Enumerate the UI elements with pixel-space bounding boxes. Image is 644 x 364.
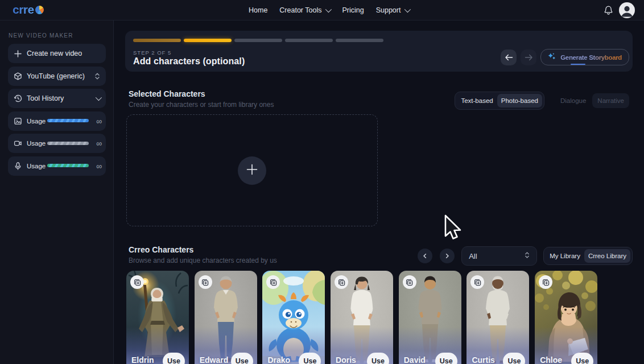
top-navigation: HomeCreator ToolsPricingSupport xyxy=(249,0,409,20)
plus-icon xyxy=(246,163,258,177)
character-name: Chloe xyxy=(540,355,562,364)
use-character-button[interactable]: Use xyxy=(503,353,525,364)
chevron-down-icon xyxy=(325,6,332,13)
crreo-logo[interactable]: crre xyxy=(13,4,44,16)
progress-segment-4 xyxy=(285,39,333,42)
character-card-eldrin[interactable]: EldrinUse xyxy=(126,271,189,364)
next-step-button[interactable] xyxy=(521,49,536,65)
character-name: Drako xyxy=(267,355,290,364)
previous-step-button[interactable] xyxy=(501,49,517,65)
duplicate-icon[interactable] xyxy=(199,275,212,289)
use-character-button[interactable]: Use xyxy=(367,353,389,364)
progress-segment-2 xyxy=(184,39,232,42)
logo-ball-icon xyxy=(35,6,44,14)
preset-select-value: YouTube (generic) xyxy=(27,72,85,80)
character-card-curtis[interactable]: CurtisUse xyxy=(467,271,529,364)
usage-progress-bar xyxy=(47,119,89,122)
preset-select[interactable]: YouTube (generic) xyxy=(8,67,106,86)
character-name: Eldrin xyxy=(131,355,154,364)
character-card-david[interactable]: DavidUse xyxy=(399,271,461,364)
add-character-button[interactable] xyxy=(238,156,266,185)
character-card-edward[interactable]: EdwardUse xyxy=(195,271,257,364)
topbar: crre HomeCreator ToolsPricingSupport xyxy=(0,0,644,20)
infinity-icon: ∞ xyxy=(96,117,102,125)
chevron-down-icon xyxy=(404,6,411,13)
duplicate-icon[interactable] xyxy=(403,275,416,289)
duplicate-icon[interactable] xyxy=(539,275,552,289)
mode-option-photo-based[interactable]: Photo-based xyxy=(497,94,542,107)
nav-item-label: Support xyxy=(376,6,401,14)
chevron-down-icon xyxy=(96,96,100,101)
duplicate-icon[interactable] xyxy=(335,275,348,289)
character-name: Edward xyxy=(200,355,229,364)
generate-storyboard-label: Generate Storyboard xyxy=(560,54,622,61)
library-toggle: My LibraryCrreo Library xyxy=(543,247,633,265)
character-name: Doris xyxy=(336,355,356,364)
crreo-characters-subtitle: Browse and add unique characters created… xyxy=(129,257,277,264)
use-character-button[interactable]: Use xyxy=(231,353,253,364)
usage-label: Usage xyxy=(27,140,46,147)
infinity-icon: ∞ xyxy=(96,139,102,147)
step-header-card: STEP 2 OF 5 Add characters (optional) Ge… xyxy=(125,31,633,72)
use-character-button[interactable]: Use xyxy=(299,353,321,364)
cube-icon xyxy=(14,72,22,81)
character-card-drako[interactable]: DrakoUse xyxy=(262,271,325,364)
usage-section: Usage∞Usage∞Usage∞ xyxy=(8,111,105,176)
nav-item-support[interactable]: Support xyxy=(376,6,410,14)
selected-characters-title: Selected Characters xyxy=(129,89,274,98)
bell-icon[interactable] xyxy=(604,5,613,15)
use-character-button[interactable]: Use xyxy=(571,353,593,364)
usage-row-mic: Usage∞ xyxy=(8,156,106,176)
main-content: STEP 2 OF 5 Add characters (optional) Ge… xyxy=(114,20,644,364)
category-filter-value: All xyxy=(469,252,477,260)
updown-chevron-icon xyxy=(525,251,530,261)
nav-item-creator-tools[interactable]: Creator Tools xyxy=(279,6,330,14)
create-new-video-button[interactable]: Create new video xyxy=(8,44,106,63)
ghost-option-dialogue[interactable]: Dialogue xyxy=(555,93,591,108)
use-character-button[interactable]: Use xyxy=(163,353,185,364)
ghost-option-narrative[interactable]: Narrative xyxy=(592,93,629,108)
avatar[interactable] xyxy=(619,2,635,18)
plus-icon xyxy=(14,49,22,58)
topbar-right-actions xyxy=(604,0,635,20)
carousel-prev-button[interactable] xyxy=(418,249,432,263)
duplicate-icon[interactable] xyxy=(130,275,144,289)
sidebar-section-label: NEW VIDEO MAKER xyxy=(9,32,105,39)
progress-segment-3 xyxy=(234,39,282,42)
sidebar: NEW VIDEO MAKER Create new video YouTube… xyxy=(0,20,114,364)
category-filter-select[interactable]: All xyxy=(461,246,537,266)
tool-history-label: Tool History xyxy=(27,94,64,102)
usage-progress-bar xyxy=(47,164,89,167)
carousel-next-button[interactable] xyxy=(440,249,455,263)
mode-toggle: Text-basedPhoto-based xyxy=(455,92,544,110)
usage-label: Usage xyxy=(27,163,46,169)
nav-item-label: Pricing xyxy=(342,6,364,14)
library-option-my-library[interactable]: My Library xyxy=(546,249,584,263)
step-progress-bar xyxy=(133,39,383,42)
step-actions: Generate Storyboard xyxy=(501,49,629,65)
updown-chevron-icon xyxy=(94,72,100,80)
character-card-doris[interactable]: DorisUse xyxy=(331,271,393,364)
logo-text: crre xyxy=(13,3,34,15)
usage-row-image: Usage∞ xyxy=(8,111,106,131)
create-new-video-label: Create new video xyxy=(27,49,82,57)
character-name: Curtis xyxy=(472,355,494,364)
sparkles-icon xyxy=(547,52,556,63)
nav-item-pricing[interactable]: Pricing xyxy=(342,6,364,14)
character-name: David xyxy=(404,355,426,364)
character-card-chloe[interactable]: ChloeUse xyxy=(535,271,597,364)
crreo-characters-title: Crreo Characters xyxy=(129,245,277,254)
use-character-button[interactable]: Use xyxy=(435,353,457,364)
library-option-crreo-library[interactable]: Crreo Library xyxy=(584,249,630,263)
infinity-icon: ∞ xyxy=(96,162,102,170)
nav-item-label: Creator Tools xyxy=(279,6,321,14)
selected-characters-heading: Selected Characters Create your characte… xyxy=(129,89,274,109)
crreo-characters-heading: Crreo Characters Browse and add unique c… xyxy=(129,245,277,264)
selected-characters-dropzone xyxy=(126,114,378,226)
nav-item-home[interactable]: Home xyxy=(249,6,267,14)
tool-history-button[interactable]: Tool History xyxy=(8,89,106,108)
nav-item-label: Home xyxy=(249,6,267,14)
mode-option-text-based[interactable]: Text-based xyxy=(457,94,497,107)
generate-storyboard-button[interactable]: Generate Storyboard xyxy=(540,49,629,65)
video-icon xyxy=(14,139,22,148)
